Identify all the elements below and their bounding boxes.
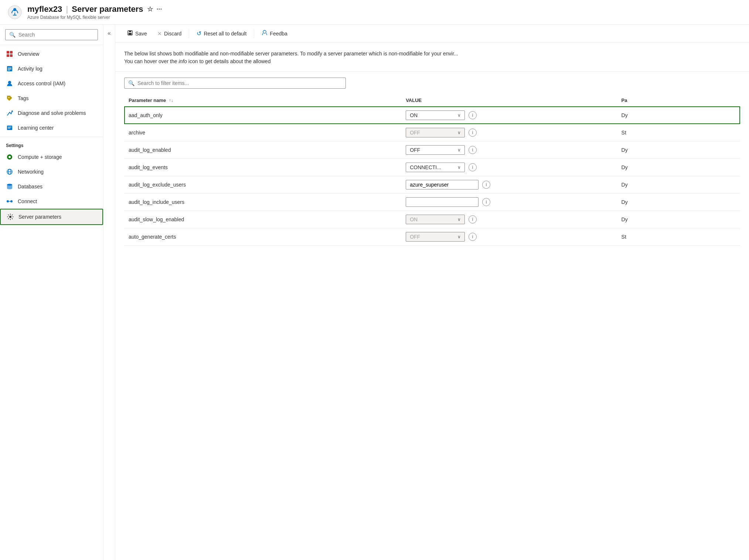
params-table: Parameter name ↑↓ VALUE Pa aad_auth_only… <box>124 95 740 246</box>
table-row: audit_log_exclude_usersiDy <box>124 176 740 194</box>
svg-rect-2 <box>7 51 9 54</box>
param-value-cell: CONNECTI...∨i <box>401 159 617 176</box>
feedback-label: Feedba <box>270 31 287 37</box>
server-name: myflex23 <box>27 4 62 14</box>
info-button[interactable]: i <box>482 198 490 206</box>
param-value-cell: i <box>401 194 617 211</box>
sidebar-item-label: Activity log <box>18 66 42 72</box>
param-value-cell: OFF∨i <box>401 124 617 141</box>
databases-icon <box>6 183 13 190</box>
param-type-cell: Dy <box>617 106 740 124</box>
more-options-icon[interactable]: ··· <box>157 6 162 13</box>
param-type-cell: St <box>617 228 740 246</box>
sidebar-item-activity-log[interactable]: Activity log <box>0 61 103 76</box>
value-dropdown[interactable]: CONNECTI...∨ <box>406 163 465 172</box>
description-text: The below list shows both modifiable and… <box>124 51 458 64</box>
sidebar-item-label: Databases <box>18 184 42 189</box>
svg-point-26 <box>10 200 13 202</box>
reset-button[interactable]: ↺ Reset all to default <box>192 28 251 39</box>
value-dropdown[interactable]: ON∨ <box>406 110 465 120</box>
header-title-block: myflex23 | Server parameters ☆ ··· Azure… <box>27 4 742 20</box>
reset-label: Reset all to default <box>204 31 246 37</box>
sidebar-item-tags[interactable]: Tags <box>0 91 103 106</box>
sidebar-item-label: Diagnose and solve problems <box>18 110 86 116</box>
sidebar-item-access-control[interactable]: Access control (IAM) <box>0 76 103 91</box>
sidebar-item-compute-storage[interactable]: Compute + storage <box>0 150 103 164</box>
param-type-cell: Dy <box>617 211 740 228</box>
table-row: audit_log_include_usersiDy <box>124 194 740 211</box>
sidebar-item-connect[interactable]: Connect <box>0 194 103 209</box>
sidebar-item-databases[interactable]: Databases <box>0 179 103 194</box>
param-name-cell: audit_log_events <box>124 159 401 176</box>
info-button[interactable]: i <box>482 181 490 189</box>
svg-point-11 <box>8 97 10 98</box>
settings-section-title: Settings <box>0 139 103 150</box>
param-name-cell: audit_slow_log_enabled <box>124 211 401 228</box>
sidebar-nav: Overview Activity log Access control (IA… <box>0 45 103 560</box>
sort-icon[interactable]: ↑↓ <box>169 98 173 103</box>
favorite-icon[interactable]: ☆ <box>147 5 153 13</box>
sidebar-item-diagnose[interactable]: Diagnose and solve problems <box>0 106 103 120</box>
value-dropdown: OFF∨ <box>406 232 465 242</box>
info-button[interactable]: i <box>469 146 477 154</box>
feedback-button[interactable]: Feedba <box>257 28 292 39</box>
page-title: myflex23 | Server parameters ☆ ··· <box>27 4 742 14</box>
col-header-value: VALUE <box>401 95 617 106</box>
sidebar-search-area: 🔍 <box>0 25 103 45</box>
param-type-cell: St <box>617 124 740 141</box>
svg-point-15 <box>11 110 13 112</box>
sidebar-item-server-parameters[interactable]: Server parameters <box>0 209 103 225</box>
value-text-input[interactable] <box>406 180 479 189</box>
param-type-cell: Dy <box>617 141 740 159</box>
svg-rect-5 <box>10 54 13 57</box>
svg-rect-3 <box>10 51 13 54</box>
discard-button[interactable]: ✕ Discard <box>153 28 186 39</box>
sidebar-item-learning-center[interactable]: Learning center <box>0 120 103 135</box>
table-row: audit_log_enabledOFF∨iDy <box>124 141 740 159</box>
svg-point-10 <box>8 81 11 84</box>
value-text-input[interactable] <box>406 197 479 207</box>
page-heading: Server parameters <box>72 4 143 14</box>
svg-rect-17 <box>8 127 11 127</box>
sidebar-item-label: Access control (IAM) <box>18 81 65 86</box>
save-button[interactable]: Save <box>123 28 151 39</box>
nav-divider <box>0 137 103 137</box>
filter-search-icon: 🔍 <box>128 80 135 86</box>
info-button[interactable]: i <box>469 111 477 119</box>
info-button[interactable]: i <box>469 233 477 241</box>
filter-search-box[interactable]: 🔍 <box>124 78 346 89</box>
search-icon: 🔍 <box>9 32 16 38</box>
activity-log-icon <box>6 65 13 72</box>
sidebar-item-label: Server parameters <box>18 214 61 220</box>
value-dropdown[interactable]: OFF∨ <box>406 145 465 155</box>
sidebar-item-label: Connect <box>18 198 37 204</box>
info-button[interactable]: i <box>469 163 477 171</box>
svg-point-1 <box>14 8 16 11</box>
connect-icon <box>6 198 13 205</box>
svg-rect-4 <box>7 54 9 57</box>
main-content: Save ✕ Discard ↺ Reset all to default Fe… <box>115 25 749 560</box>
sidebar-item-overview[interactable]: Overview <box>0 47 103 61</box>
page-header: myflex23 | Server parameters ☆ ··· Azure… <box>0 0 749 25</box>
param-type-cell: Dy <box>617 194 740 211</box>
sidebar-item-networking[interactable]: Networking <box>0 164 103 179</box>
param-value-cell: OFF∨i <box>401 228 617 246</box>
table-row: archiveOFF∨iSt <box>124 124 740 141</box>
info-button[interactable]: i <box>469 215 477 223</box>
table-row: audit_log_eventsCONNECTI...∨iDy <box>124 159 740 176</box>
param-value-cell: ON∨i <box>401 211 617 228</box>
svg-rect-9 <box>8 70 10 71</box>
info-button[interactable]: i <box>469 129 477 137</box>
param-name-cell: audit_log_include_users <box>124 194 401 211</box>
save-icon <box>127 30 133 37</box>
tags-icon <box>6 95 13 102</box>
main-layout: 🔍 Overview Activity log <box>0 25 749 560</box>
param-name-cell: auto_generate_certs <box>124 228 401 246</box>
filter-search-input[interactable] <box>137 80 342 86</box>
param-value-cell: OFF∨i <box>401 141 617 159</box>
sidebar-search-input[interactable] <box>18 32 94 38</box>
sidebar-collapse-btn[interactable]: « <box>103 25 115 560</box>
svg-point-25 <box>7 200 9 202</box>
sidebar-search-box[interactable]: 🔍 <box>5 29 98 40</box>
svg-point-32 <box>263 30 266 33</box>
